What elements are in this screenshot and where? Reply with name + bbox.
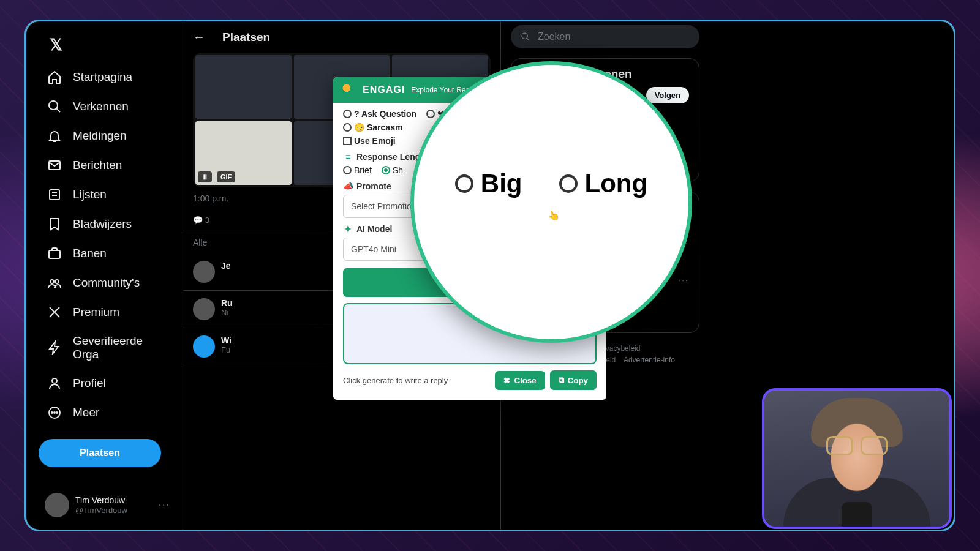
ellipsis-icon[interactable]: ··· (678, 275, 689, 302)
account-name: Tim Verdouw (75, 495, 127, 506)
presenter-webcam (762, 388, 952, 529)
radio-brief[interactable]: Brief (343, 165, 372, 175)
x-logo[interactable]: 𝕏 (43, 32, 68, 57)
mail-icon (47, 158, 62, 173)
svg-point-4 (50, 280, 54, 283)
nav-communities[interactable]: Community's (39, 269, 176, 297)
nav-label: Profiel (73, 377, 106, 390)
avatar (193, 335, 215, 358)
copy-button[interactable]: ⧉ Copy (550, 370, 597, 390)
search-placeholder: Zoeken (538, 31, 570, 42)
radio-icon (559, 174, 578, 193)
back-arrow[interactable]: ← (193, 30, 205, 44)
nav-label: Meer (73, 406, 99, 419)
svg-point-9 (54, 412, 55, 413)
bolt-icon (47, 340, 62, 355)
nav-verkennen[interactable]: Verkennen (39, 92, 176, 121)
nav-banen[interactable]: Banen (39, 239, 176, 268)
lens-option-big[interactable]: Big (455, 169, 522, 198)
svg-point-5 (55, 280, 59, 283)
nav-label: Geverifieerde Orga (73, 334, 168, 361)
avatar (45, 493, 69, 517)
svg-point-6 (52, 378, 57, 383)
checkbox-use-emoji[interactable]: Use Emoji (343, 136, 396, 146)
nav-profiel[interactable]: Profiel (39, 369, 176, 397)
sparkle-icon: ✦ (343, 224, 353, 234)
list-icon (47, 187, 62, 202)
nav-label: Verkennen (73, 100, 129, 113)
engagi-brand: ENGAGI (363, 84, 405, 96)
page-title: Plaatsen (222, 31, 270, 44)
search-icon (521, 32, 530, 42)
copy-icon: ⧉ (559, 375, 564, 385)
search-input[interactable]: Zoeken (511, 25, 699, 48)
search-icon (47, 99, 62, 114)
generate-hint: Click generate to write a reply (343, 376, 490, 385)
account-handle: @TimVerdouw (75, 506, 127, 515)
svg-point-10 (56, 412, 58, 413)
people-icon (47, 276, 62, 290)
pointer-cursor-icon: 👆 (547, 208, 561, 222)
svg-point-0 (49, 101, 58, 110)
comment-action[interactable]: 💬 3 (193, 216, 209, 225)
nav-meer[interactable]: Meer (39, 399, 176, 427)
nav-label: Lijsten (73, 188, 107, 201)
option-ask-question[interactable]: ? Ask Question (343, 109, 417, 119)
nav-lijsten[interactable]: Lijsten (39, 181, 176, 209)
ellipsis-icon: ··· (159, 500, 170, 511)
profile-icon (47, 376, 62, 391)
svg-rect-3 (49, 250, 60, 258)
nav-bladwijzers[interactable]: Bladwijzers (39, 210, 176, 238)
megaphone-icon: 📣 (343, 181, 353, 191)
nav-label: Premium (73, 305, 119, 319)
nav-label: Banen (73, 247, 107, 260)
post-button[interactable]: Plaatsen (39, 439, 161, 467)
avatar (193, 298, 215, 320)
close-button[interactable]: ✖ Close (495, 371, 545, 390)
radio-icon (455, 174, 473, 193)
x-icon (47, 305, 62, 320)
sidebar: 𝕏 Startpagina Verkennen Meldingen Berich… (26, 21, 183, 530)
nav-premium[interactable]: Premium (39, 298, 176, 326)
close-icon: ✖ (503, 376, 510, 385)
nav-label: Berichten (73, 159, 122, 172)
nav-label: Community's (73, 276, 140, 290)
nav-startpagina[interactable]: Startpagina (39, 63, 176, 91)
nav-verified-org[interactable]: Geverifieerde Orga (39, 328, 176, 368)
avatar (193, 261, 215, 283)
pause-icon[interactable]: ⏸ (198, 171, 212, 182)
radio-short[interactable]: Sh (382, 165, 403, 175)
option-sarcasm[interactable]: 😏Sarcasm (343, 122, 402, 132)
nav-berichten[interactable]: Berichten (39, 151, 176, 179)
magnifier-lens: Big Long (410, 61, 692, 343)
bell-icon (47, 129, 62, 143)
nav-label: Meldingen (73, 129, 127, 143)
home-icon (47, 70, 62, 84)
engagi-logo-icon (341, 82, 356, 98)
more-icon (47, 405, 62, 420)
lines-icon: ≡ (343, 152, 353, 162)
nav-label: Bladwijzers (73, 217, 132, 231)
svg-point-8 (51, 412, 53, 413)
account-switcher[interactable]: Tim Verdouw @TimVerdouw ··· (39, 487, 176, 523)
nav-label: Startpagina (73, 70, 132, 84)
briefcase-icon (47, 246, 62, 261)
follow-button[interactable]: Volgen (646, 87, 689, 103)
svg-point-11 (522, 33, 527, 39)
gif-badge: GIF (217, 171, 235, 182)
lens-option-long[interactable]: Long (559, 169, 648, 198)
nav-meldingen[interactable]: Meldingen (39, 122, 176, 150)
bookmark-icon (47, 217, 62, 231)
